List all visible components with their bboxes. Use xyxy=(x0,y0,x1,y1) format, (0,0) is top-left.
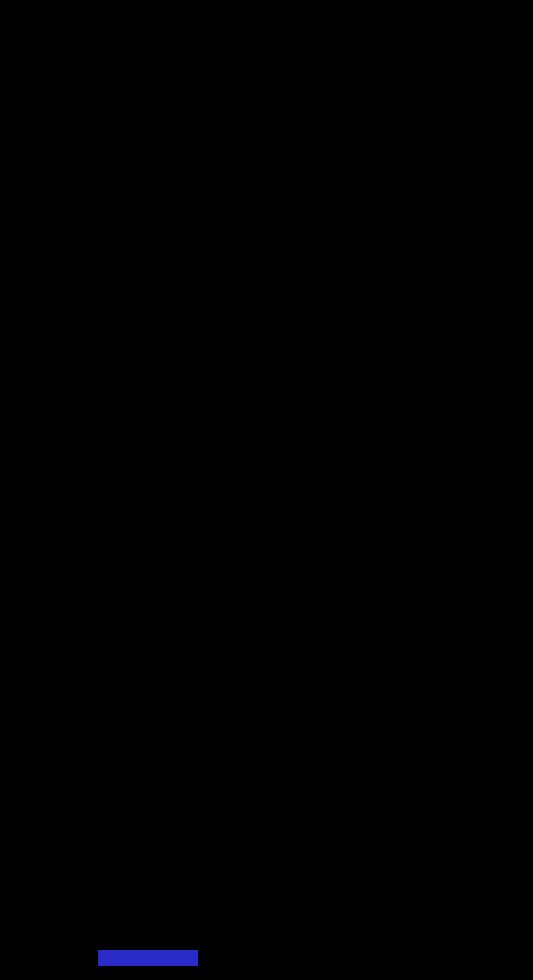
arrow-overlay xyxy=(0,0,533,980)
stock-app-screen xyxy=(0,0,533,980)
